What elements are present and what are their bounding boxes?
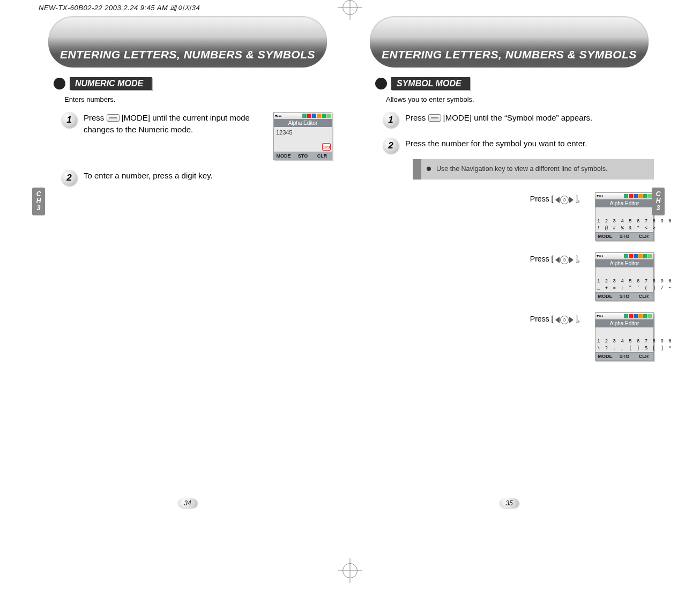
navigation-key-icon (555, 256, 574, 264)
phone-softkeys: MODE STO CLR (595, 232, 653, 240)
page-number-left: 34 (177, 498, 197, 508)
chapter-tab-left: C H 3 (32, 188, 45, 215)
softkey-clr: CLR (312, 152, 332, 160)
page-number-right: 35 (499, 498, 519, 508)
navigation-key-icon (555, 196, 574, 204)
crop-mark-bottom (342, 563, 358, 578)
ch-tab-n: 3 (32, 205, 45, 212)
press-open: Press [ (530, 315, 554, 323)
phone-title: Alpha Editor (595, 319, 653, 327)
print-header: NEW-TX-60B02-22 2003.2.24 9:45 AM 페이지34 (39, 3, 200, 13)
phone-softkeys: MODE STO CLR (595, 292, 653, 300)
status-icons (624, 314, 652, 318)
status-icons (624, 194, 652, 198)
step-number: 1 (61, 112, 77, 128)
navigation-key-icon (555, 316, 574, 324)
symbol-index-row: 1 2 3 4 5 6 7 8 9 0 (595, 218, 653, 225)
symbol-index-row: 1 2 3 4 5 6 7 8 9 0 (595, 278, 653, 285)
ch-tab-n: 3 (652, 205, 665, 212)
step-text: Press the number for the symbol you want… (405, 138, 654, 150)
status-dot (312, 114, 316, 118)
section-bullet (375, 78, 387, 89)
step-text: Press [MODE] until the “Symbol mode” app… (405, 112, 654, 124)
status-dot (322, 114, 326, 118)
phone-body (595, 207, 653, 218)
page-right: ENTERING LETTERS, NUMBERS & SYMBOLS SYMB… (354, 16, 665, 520)
section-head-symbol: SYMBOL MODE (375, 77, 665, 90)
phone-display-symbol-3: ▾▪▪▪ Alpha Editor 1 2 3 4 5 6 7 8 9 0 \ … (595, 312, 654, 361)
chapter-tab-right: C H 3 (652, 188, 665, 215)
step-number: 1 (383, 112, 399, 128)
softkey-icon (107, 114, 120, 122)
press-close: ], (576, 195, 580, 203)
phone-title: Alpha Editor (595, 199, 653, 207)
right-step-1: 1 Press [MODE] until the “Symbol mode” a… (383, 112, 654, 128)
phone-body: 12345 123 (274, 127, 332, 152)
press-label: Press [ ], (530, 252, 580, 264)
phone-display-numeric: ▾▪▪▪ Alpha Editor 12345 123 MODE STO CLR (273, 112, 332, 160)
symbol-row-2: Press [ ], ▾▪▪▪ Alpha Editor 1 2 3 4 5 6… (354, 252, 654, 301)
symbol-value-row: ! @ # % & * < > - (595, 225, 653, 232)
symbol-index-row: 1 2 3 4 5 6 7 8 9 0 (595, 338, 653, 345)
phone-title: Alpha Editor (595, 259, 653, 267)
phone-statusbar: ▾▪▪▪ (595, 253, 653, 259)
softkey-sto: STO (293, 152, 312, 160)
softkey-clr: CLR (634, 232, 653, 240)
symbol-row-3: Press [ ], ▾▪▪▪ Alpha Editor 1 2 3 4 5 6… (354, 312, 654, 361)
section-subtitle-symbol: Allows you to enter symbols. (386, 95, 665, 103)
symbol-row-1: Press [ ], ▾▪▪▪ Alpha Editor 1 2 3 4 5 6… (354, 192, 654, 241)
mode-indicator-icon: 123 (322, 143, 331, 151)
r-step1-text-a: Press (405, 113, 428, 122)
step-text: Press [MODE] until the current input mod… (84, 112, 267, 136)
phone-title: Alpha Editor (274, 119, 332, 127)
phone-statusbar: ▾▪▪▪ (274, 113, 332, 119)
banner-title-right: ENTERING LETTERS, NUMBERS & SYMBOLS (370, 48, 649, 61)
softkey-mode: MODE (274, 152, 293, 160)
section-head-numeric: NUMERIC MODE (54, 77, 343, 90)
phone-softkeys: MODE STO CLR (595, 352, 653, 360)
phone-display-symbol-1: ▾▪▪▪ Alpha Editor 1 2 3 4 5 6 7 8 9 0 ! … (595, 192, 654, 241)
phone-display-symbol-2: ▾▪▪▪ Alpha Editor 1 2 3 4 5 6 7 8 9 0 _ … (595, 252, 654, 301)
section-bullet (54, 78, 65, 89)
softkey-mode: MODE (595, 232, 615, 240)
right-step-2: 2 Press the number for the symbol you wa… (383, 138, 654, 154)
banner-title-left: ENTERING LETTERS, NUMBERS & SYMBOLS (48, 48, 327, 61)
press-close: ], (576, 315, 580, 323)
softkey-mode: MODE (595, 352, 615, 360)
step1-text-a: Press (84, 113, 107, 122)
page-left: ENTERING LETTERS, NUMBERS & SYMBOLS NUME… (32, 16, 343, 520)
phone-statusbar: ▾▪▪▪ (595, 313, 653, 319)
banner-left: ENTERING LETTERS, NUMBERS & SYMBOLS (48, 16, 327, 68)
banner-right: ENTERING LETTERS, NUMBERS & SYMBOLS (370, 16, 649, 68)
phone-statusbar: ▾▪▪▪ (595, 193, 653, 199)
phone-body-text: 12345 (276, 129, 293, 136)
status-dot (317, 114, 321, 118)
left-step-1: 1 Press [MODE] until the current input m… (61, 112, 332, 160)
softkey-sto: STO (615, 352, 634, 360)
section-label-numeric: NUMERIC MODE (70, 77, 152, 90)
step-number: 2 (383, 138, 399, 154)
status-dot (307, 114, 311, 118)
tip-text: Use the Navigation key to view a differe… (436, 165, 607, 174)
softkey-mode: MODE (595, 292, 615, 300)
press-label: Press [ ], (530, 192, 580, 204)
tip-bullet-icon (427, 167, 431, 171)
signal-icon: ▾▪▪▪ (597, 253, 604, 258)
softkey-sto: STO (615, 292, 634, 300)
status-dot (302, 114, 307, 118)
section-label-symbol: SYMBOL MODE (391, 77, 470, 90)
step-text: To enter a number, press a digit key. (84, 170, 332, 182)
symbol-value-row: \ ? . , { } $ [ ] ^ (595, 345, 653, 352)
softkey-sto: STO (615, 232, 634, 240)
signal-icon: ▾▪▪▪ (275, 114, 282, 118)
status-icons (302, 114, 331, 118)
press-close: ], (576, 255, 580, 263)
r-step1-text-b: [MODE] until the “Symbol mode” appears. (443, 113, 592, 122)
phone-body (595, 327, 653, 338)
tip-box: Use the Navigation key to view a differe… (413, 159, 654, 180)
press-open: Press [ (530, 195, 554, 203)
phone-softkeys: MODE STO CLR (274, 152, 332, 160)
press-open: Press [ (530, 255, 554, 263)
section-subtitle-numeric: Enters numbers. (64, 95, 343, 103)
step-number: 2 (61, 170, 77, 186)
